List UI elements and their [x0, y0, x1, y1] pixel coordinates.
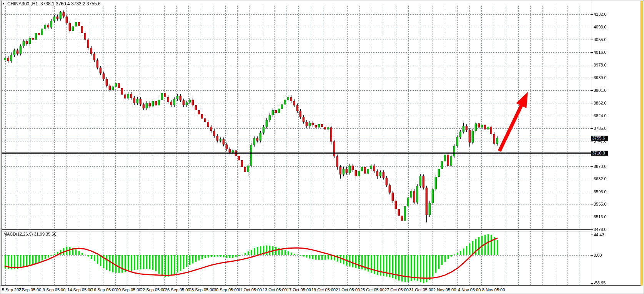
- macd-axis-label: 0.00: [594, 253, 602, 257]
- date-axis-label: 21 Oct 05:00: [336, 287, 360, 292]
- date-axis-label: 26 Sep 05:00: [165, 287, 190, 292]
- date-axis-label: 16 Sep 05:00: [92, 287, 116, 292]
- price-axis-label: 3862.0: [594, 101, 607, 105]
- price-axis-label: 3555.0: [594, 202, 607, 206]
- date-axis-label: 25 Oct 05:00: [360, 287, 384, 292]
- price-axis-label: 3939.0: [594, 75, 607, 80]
- price-axis-label: 4055.0: [594, 37, 607, 42]
- price-chart-canvas[interactable]: [0, 0, 644, 294]
- date-axis-label: 27 Oct 05:00: [384, 287, 409, 292]
- macd-indicator-label: MACD(12,26,9) 31.99 35.50: [3, 232, 57, 236]
- price-axis-label: 3901.0: [594, 88, 607, 93]
- price-axis-label: 3516.0: [594, 214, 607, 219]
- price-axis-label: 4016.0: [594, 50, 607, 55]
- price-axis-label: 3824.0: [594, 113, 607, 118]
- window-edge-accent: [641, 1, 643, 286]
- date-axis-label: 9 Sep 05:00: [43, 287, 65, 292]
- date-axis-label: 7 Sep 05:00: [18, 287, 41, 292]
- ohlc-values-label: 3738.1 3760.4 3733.2 3755.6: [40, 1, 101, 7]
- price-axis-label: 3593.0: [594, 189, 607, 194]
- macd-axis-label: 44.43: [594, 233, 604, 237]
- date-axis-label: 28 Sep 05:00: [189, 287, 214, 292]
- symbol-dropdown-icon[interactable]: ▼: [2, 2, 5, 6]
- date-axis-label: 8 Nov 05:00: [482, 287, 505, 292]
- hline-price-tag: 3710.0: [591, 151, 608, 156]
- price-axis-label: 3670.0: [594, 164, 607, 169]
- date-axis-label: 20 Sep 05:00: [116, 287, 141, 292]
- price-axis-label: 3478.0: [594, 227, 607, 232]
- price-axis-label: 4093.0: [594, 25, 607, 29]
- date-axis-label: 31 Oct 05:00: [409, 287, 433, 292]
- date-axis-label: 22 Sep 05:00: [140, 287, 165, 292]
- date-axis-label: 17 Oct 05:00: [287, 287, 311, 292]
- macd-axis-label: -58.95: [594, 281, 606, 285]
- price-axis-label: 3632.0: [594, 176, 607, 181]
- date-axis-label: 11 Oct 05:00: [238, 287, 262, 292]
- chart-window: ▼ CHINA300-,H1 3738.1 3760.4 3733.2 3755…: [0, 0, 644, 294]
- date-axis-label: 30 Sep 05:00: [214, 287, 239, 292]
- price-axis-label: 4132.0: [594, 12, 607, 17]
- chart-title: ▼ CHINA300-,H1 3738.1 3760.4 3733.2 3755…: [2, 1, 101, 6]
- date-axis-label: 19 Oct 05:00: [311, 287, 336, 292]
- date-axis-label: 4 Nov 05:00: [458, 287, 481, 292]
- date-axis-label: 13 Oct 05:00: [263, 287, 287, 292]
- date-axis-label: 14 Sep 05:00: [67, 287, 92, 292]
- price-axis-label: 3785.0: [594, 126, 607, 131]
- date-axis-label: 2 Nov 05:00: [433, 287, 456, 292]
- symbol-timeframe-label: CHINA300-,H1: [7, 1, 38, 7]
- bid-price-tag: 3755.6: [591, 136, 608, 141]
- price-axis-label: 3978.0: [594, 63, 607, 67]
